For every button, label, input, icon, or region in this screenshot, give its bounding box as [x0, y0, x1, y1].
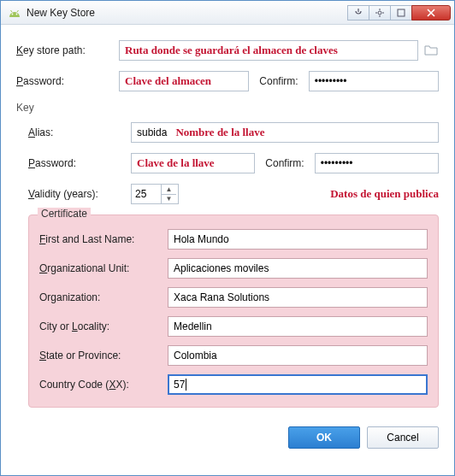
- titlebar: New Key Store: [1, 1, 454, 25]
- validity-spinner[interactable]: ▲ ▼: [131, 184, 179, 204]
- keystore-confirm-input[interactable]: •••••••••: [309, 71, 439, 91]
- dialog-window: New Key Store Key store path: Ruta donde…: [0, 0, 455, 476]
- cert-name-input[interactable]: Hola Mundo: [168, 229, 428, 250]
- validity-input[interactable]: [132, 185, 161, 203]
- keystore-path-row: Key store path: Ruta donde se guardará e…: [16, 40, 439, 61]
- svg-point-0: [12, 13, 14, 15]
- close-button[interactable]: [411, 5, 451, 21]
- svg-line-3: [17, 10, 19, 12]
- cert-city-input[interactable]: Medellin: [168, 316, 428, 337]
- keystore-password-label: Password:: [16, 75, 119, 87]
- maximize-button[interactable]: [390, 5, 412, 21]
- annotation-path: Ruta donde se guardará el almacen de cla…: [125, 44, 338, 57]
- cert-state-input[interactable]: Colombia: [168, 345, 428, 366]
- svg-rect-9: [398, 9, 405, 16]
- cert-org-label: Organization:: [39, 291, 168, 303]
- spinner-up-icon[interactable]: ▲: [162, 185, 176, 195]
- svg-line-2: [11, 10, 13, 12]
- cert-city-label: City or Locality:: [39, 320, 168, 332]
- cert-name-row: First and Last Name: Hola Mundo: [39, 229, 428, 250]
- keystore-password-input[interactable]: Clave del almacen: [119, 71, 249, 91]
- cert-ou-input[interactable]: Aplicaciones moviles: [168, 258, 428, 279]
- ok-button[interactable]: OK: [288, 426, 360, 449]
- titlebar-buttons: [348, 5, 451, 21]
- dialog-buttons: OK Cancel: [1, 420, 454, 449]
- cert-ou-row: Organizational Unit: Aplicaciones movile…: [39, 258, 428, 279]
- cert-state-row: State or Province: Colombia: [39, 345, 428, 366]
- cert-country-input[interactable]: 57: [168, 374, 428, 395]
- cert-name-label: First and Last Name:: [39, 233, 168, 245]
- certificate-legend: Certificate: [38, 208, 91, 220]
- svg-point-1: [16, 13, 18, 15]
- annotation-alias: Nombre de la llave: [175, 126, 264, 139]
- alias-label: Alias:: [28, 126, 131, 138]
- key-block: Alias: subida Nombre de la llave Passwor…: [16, 122, 439, 408]
- window-title: New Key Store: [27, 7, 348, 19]
- cert-ou-label: Organizational Unit:: [39, 262, 168, 274]
- key-password-label: Password:: [28, 157, 131, 169]
- dialog-content: Key store path: Ruta donde se guardará e…: [1, 25, 454, 420]
- validity-label: Validity (years):: [28, 188, 131, 200]
- cert-org-input[interactable]: Xaca Rana Solutions: [168, 287, 428, 308]
- spinner-down-icon[interactable]: ▼: [162, 195, 176, 204]
- cert-org-row: Organization: Xaca Rana Solutions: [39, 287, 428, 308]
- annotation-publisher: Datos de quien publica: [330, 187, 439, 200]
- cancel-button[interactable]: Cancel: [367, 426, 439, 449]
- key-password-row: Password: Clave de la llave Confirm: •••…: [28, 153, 439, 173]
- android-icon: [8, 9, 21, 17]
- keystore-password-row: Password: Clave del almacen Confirm: •••…: [16, 71, 439, 91]
- tool-button-2[interactable]: [369, 5, 391, 21]
- keystore-confirm-label: Confirm:: [259, 75, 298, 87]
- keystore-path-input[interactable]: Ruta donde se guardará el almacen de cla…: [119, 40, 418, 61]
- tool-button-1[interactable]: [347, 5, 369, 21]
- cert-state-label: State or Province:: [39, 350, 168, 361]
- certificate-group: Certificate First and Last Name: Hola Mu…: [28, 214, 439, 408]
- key-confirm-label: Confirm:: [265, 157, 304, 169]
- keystore-path-label: Key store path:: [16, 44, 119, 56]
- cert-country-row: Country Code (XX): 57: [39, 374, 428, 395]
- validity-row: Validity (years): ▲ ▼ Datos de quien pub…: [28, 184, 439, 204]
- svg-point-4: [378, 11, 381, 15]
- cert-country-label: Country Code (XX):: [39, 379, 168, 391]
- alias-input[interactable]: subida Nombre de la llave: [131, 122, 439, 143]
- key-section-label: Key: [16, 102, 439, 114]
- text-caret: [186, 379, 186, 391]
- cert-city-row: City or Locality: Medellin: [39, 316, 428, 337]
- browse-folder-icon[interactable]: [423, 44, 439, 58]
- alias-row: Alias: subida Nombre de la llave: [28, 122, 439, 143]
- key-password-input[interactable]: Clave de la llave: [131, 153, 255, 173]
- key-confirm-input[interactable]: •••••••••: [315, 153, 439, 173]
